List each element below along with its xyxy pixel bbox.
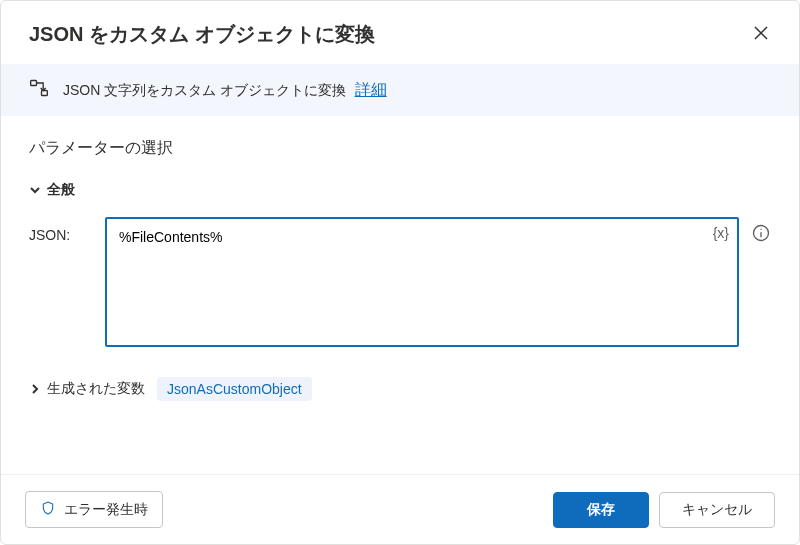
json-field-label: JSON: — [29, 217, 93, 243]
save-button[interactable]: 保存 — [553, 492, 649, 528]
dialog: JSON をカスタム オブジェクトに変換 JSON 文字列をカスタム オブジェク… — [0, 0, 800, 545]
footer-actions: 保存 キャンセル — [553, 492, 775, 528]
on-error-label: エラー発生時 — [64, 501, 148, 519]
on-error-button[interactable]: エラー発生時 — [25, 491, 163, 528]
insert-variable-button[interactable]: {x} — [713, 225, 729, 241]
dialog-title: JSON をカスタム オブジェクトに変換 — [29, 21, 375, 48]
json-input[interactable] — [105, 217, 739, 347]
cancel-button[interactable]: キャンセル — [659, 492, 775, 528]
generated-variable-chip[interactable]: JsonAsCustomObject — [157, 377, 312, 401]
flow-icon — [29, 78, 49, 102]
close-icon — [753, 25, 769, 44]
dialog-body: パラメーターの選択 全般 JSON: {x} — [1, 116, 799, 474]
svg-rect-0 — [31, 81, 37, 86]
info-icon — [751, 223, 771, 246]
chevron-right-icon — [29, 383, 41, 395]
close-button[interactable] — [747, 19, 775, 50]
field-info-button[interactable] — [751, 217, 771, 246]
generated-variables-toggle[interactable]: 生成された変数 — [29, 380, 145, 398]
info-description: JSON 文字列をカスタム オブジェクトに変換 — [63, 82, 346, 98]
svg-point-4 — [760, 229, 761, 230]
dialog-footer: エラー発生時 保存 キャンセル — [1, 474, 799, 544]
info-link[interactable]: 詳細 — [355, 81, 387, 98]
section-title: パラメーターの選択 — [29, 138, 771, 159]
general-section-toggle[interactable]: 全般 — [29, 181, 771, 199]
info-bar: JSON 文字列をカスタム オブジェクトに変換 詳細 — [1, 64, 799, 116]
svg-rect-1 — [42, 91, 48, 96]
general-section-label: 全般 — [47, 181, 75, 199]
info-text-wrap: JSON 文字列をカスタム オブジェクトに変換 詳細 — [63, 80, 387, 101]
generated-variables-label: 生成された変数 — [47, 380, 145, 398]
dialog-header: JSON をカスタム オブジェクトに変換 — [1, 1, 799, 64]
chevron-down-icon — [29, 184, 41, 196]
json-textarea-wrap: {x} — [105, 217, 739, 351]
json-field-row: JSON: {x} — [29, 217, 771, 351]
shield-icon — [40, 500, 56, 519]
generated-variables-row: 生成された変数 JsonAsCustomObject — [29, 377, 771, 401]
